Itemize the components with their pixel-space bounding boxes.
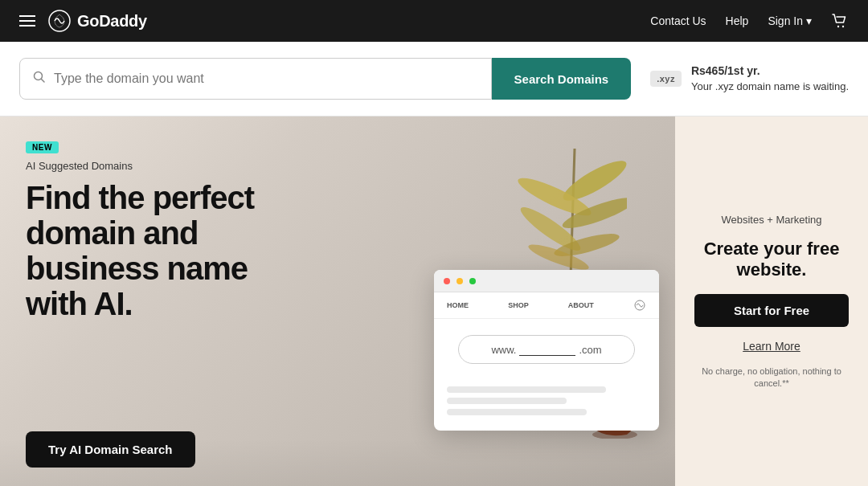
learn-more-link[interactable]: Learn More	[743, 340, 800, 353]
websites-marketing-label: Websites + Marketing	[721, 214, 821, 226]
hero-headline: Find the perfect domain and business nam…	[26, 180, 299, 321]
browser-nav: HOME SHOP ABOUT	[434, 292, 659, 319]
hamburger-menu[interactable]	[19, 15, 35, 27]
promo-text: Rs465/1st yr. Your .xyz domain name is w…	[691, 63, 849, 94]
browser-dot-green	[469, 278, 476, 284]
logo[interactable]: GoDaddy	[48, 10, 147, 32]
cart-icon[interactable]	[831, 12, 849, 30]
right-panel: Websites + Marketing Create your free we…	[675, 116, 868, 486]
main-content: NEW AI Suggested Domains Find the perfec…	[0, 116, 868, 486]
svg-point-2	[842, 26, 844, 27]
help-link[interactable]: Help	[726, 14, 749, 27]
search-icon	[33, 71, 46, 87]
browser-bar	[434, 270, 659, 292]
right-panel-headline: Create your free website.	[694, 239, 849, 281]
try-ai-button[interactable]: Try AI Domain Search	[26, 431, 195, 468]
domain-underline	[519, 343, 575, 356]
search-box	[19, 58, 492, 100]
search-section: Search Domains .xyz Rs465/1st yr. Your .…	[0, 42, 868, 116]
ai-suggested-label: AI Suggested Domains	[26, 160, 649, 172]
contact-us-link[interactable]: Contact Us	[650, 14, 706, 27]
xyz-badge: .xyz	[650, 71, 682, 87]
domain-search-input[interactable]	[54, 71, 478, 86]
no-charge-text: No charge, no obligation, nothing to can…	[694, 366, 849, 390]
domain-input-mock: www. .com	[458, 335, 635, 364]
search-domains-button[interactable]: Search Domains	[492, 58, 632, 100]
browser-dot-yellow	[457, 278, 463, 284]
sign-in-button[interactable]: Sign In ▾	[768, 14, 812, 27]
browser-dot-red	[444, 278, 450, 284]
browser-content	[434, 380, 659, 422]
browser-logo-icon	[633, 299, 646, 312]
nav-left: GoDaddy	[19, 10, 147, 32]
navbar: GoDaddy Contact Us Help Sign In ▾	[0, 0, 868, 42]
hero-section: NEW AI Suggested Domains Find the perfec…	[0, 116, 675, 486]
start-free-button[interactable]: Start for Free	[694, 294, 849, 327]
svg-point-1	[837, 26, 839, 27]
nav-right: Contact Us Help Sign In ▾	[650, 12, 849, 30]
browser-mockup: HOME SHOP ABOUT www. .com	[434, 270, 659, 431]
logo-text: GoDaddy	[77, 12, 147, 31]
domain-promo: .xyz Rs465/1st yr. Your .xyz domain name…	[650, 63, 849, 94]
new-badge: NEW	[26, 141, 59, 153]
